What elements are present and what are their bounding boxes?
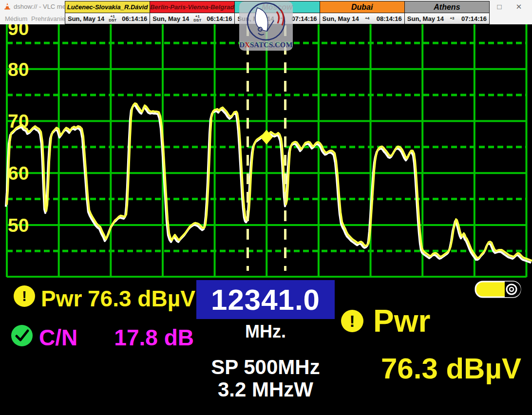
clock-time: 07:14:16 [292, 15, 317, 22]
svg-text:60: 60 [8, 163, 29, 184]
frequency-box: 12341.0 [196, 280, 335, 319]
clock-time: 08:14:16 [377, 15, 402, 22]
battery-icon [475, 281, 521, 298]
clock-city-label: Berlin-Paris-Vienna-Belgrade [150, 1, 234, 13]
clock-date: Sun, May 14 [68, 15, 104, 22]
readout-panel: ! Pwr 76.3 dBµV C/N 17.8 dB 12341.0 MHz.… [0, 278, 532, 415]
clock-time-row: Sun, May 14 +4 08:14:16 [320, 13, 404, 24]
bandwidth-value: 3.2 MHzW [185, 378, 346, 401]
clock-time: 06:14:16 [122, 15, 147, 22]
pwr-label: Pwr [41, 285, 82, 312]
clock-time-row: Sun, May 14 +1DST 06:14:16 [65, 13, 150, 24]
clock-athens: Athens Sun, May 14 +3 07:14:16 [405, 1, 489, 24]
warning-icon: ! [14, 285, 35, 307]
clock-date: Sun, May 14 [407, 15, 444, 22]
clock-date: Sun, May 14 [152, 15, 189, 22]
clock-time-row: Sun, May 14 +1DST 06:14:16 [150, 13, 234, 24]
span-value: SP 500MHz [185, 356, 346, 379]
pwr2-label: Pwr [373, 303, 430, 339]
frequency-unit: MHz. [196, 321, 335, 342]
check-icon [11, 324, 33, 347]
svg-text:80: 80 [8, 59, 29, 80]
cn-label: C/N [39, 324, 77, 351]
clock-city-label: Lučenec-Slovakia_R.Dávid [65, 1, 150, 13]
menu-item-playback[interactable]: Prehrávanie [31, 15, 65, 22]
maximize-button[interactable]: □ [492, 2, 507, 12]
clock-utc-offset: +1DST [104, 15, 121, 22]
clock-lucenec: Lučenec-Slovakia_R.Dávid Sun, May 14 +1D… [65, 1, 150, 24]
vlc-cone-icon [3, 2, 11, 10]
clock-city-label: Dubai [320, 1, 404, 13]
window-title: dshow:// - VLC med [14, 3, 69, 10]
pwr-value: 76.3 dBµV [88, 285, 194, 312]
svg-text:50: 50 [8, 215, 29, 236]
dxsatcs-logo: DXSATCS.COM [239, 1, 293, 51]
clock-berlin: Berlin-Paris-Vienna-Belgrade Sun, May 14… [150, 1, 235, 24]
clock-time: 07:14:16 [461, 15, 487, 22]
svg-text:DXSATCS.COM: DXSATCS.COM [239, 41, 292, 49]
clock-date: Sun, May 14 [323, 15, 359, 22]
cn-value: 17.8 dB [88, 324, 194, 351]
clock-utc-offset: +4 [359, 17, 376, 20]
vlc-window: 9080706050 dshow:// - VLC med □ ✕ Médium… [0, 0, 532, 415]
warning-icon: ! [341, 310, 363, 332]
clock-time-row: Sun, May 14 +3 07:14:16 [405, 13, 489, 24]
clock-city-label: Athens [405, 1, 489, 13]
clock-dubai: Dubai Sun, May 14 +4 08:14:16 [320, 1, 405, 24]
clock-utc-offset: +1DST [189, 15, 206, 22]
clock-time: 06:14:16 [207, 15, 232, 22]
menu-item-media[interactable]: Médium [5, 15, 27, 22]
clock-utc-offset: +3 [444, 17, 460, 20]
frequency-value: 12341.0 [211, 283, 320, 317]
pwr2-value: 76.3 dBµV [363, 352, 521, 385]
close-button[interactable]: ✕ [512, 2, 526, 12]
